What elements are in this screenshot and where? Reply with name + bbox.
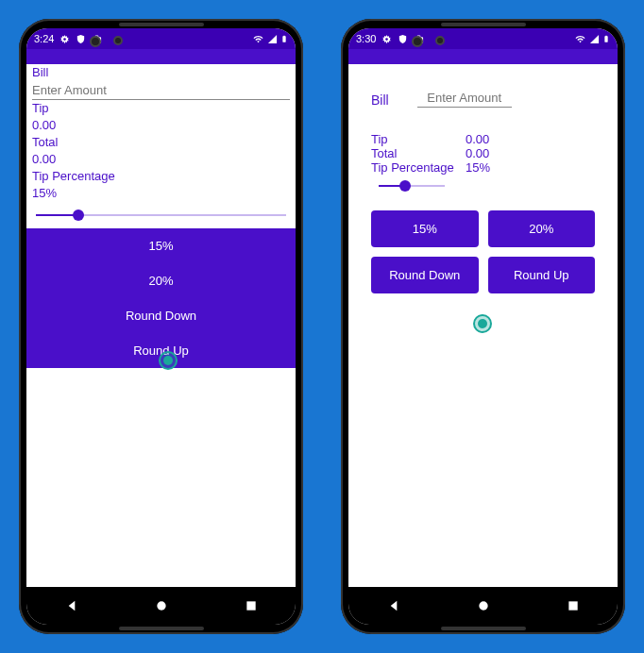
signal-icon [267, 34, 278, 44]
status-bar: 3:30 [348, 28, 618, 49]
home-indicator [441, 627, 526, 630]
home-indicator [119, 627, 204, 630]
nav-bar [26, 587, 296, 625]
gear-icon [381, 34, 392, 44]
shield-icon [398, 34, 408, 44]
battery-icon [602, 33, 610, 44]
gear-icon [59, 34, 70, 44]
tip-label: Tip [371, 132, 466, 146]
recent-icon[interactable] [567, 599, 580, 612]
button-list: 15% 20% Round Down Round Up [26, 228, 296, 368]
tip-slider[interactable] [379, 175, 445, 203]
battery-icon [280, 33, 288, 44]
clock-text: 3:24 [34, 33, 54, 44]
back-icon[interactable] [386, 598, 401, 613]
amount-input[interactable] [417, 89, 512, 108]
camera-icon [412, 36, 423, 47]
svg-point-2 [480, 601, 488, 610]
total-value: 0.00 [26, 151, 296, 168]
nav-bar [348, 587, 618, 625]
button-grid: 15% 20% Round Down Round Up [371, 210, 595, 293]
tip-pct-value: 15% [466, 160, 490, 175]
tip-label: Tip [26, 100, 296, 117]
touch-ripple-icon [473, 314, 492, 333]
tip-20-button[interactable]: 20% [26, 263, 296, 298]
app-toolbar [26, 49, 296, 64]
signal-icon [589, 34, 600, 44]
shield-icon [76, 34, 86, 44]
tip-20-button[interactable]: 20% [488, 210, 596, 247]
total-label: Total [26, 134, 296, 151]
recent-icon[interactable] [245, 599, 258, 612]
camera-icon [435, 36, 445, 45]
app-toolbar [348, 49, 618, 64]
touch-ripple-icon [159, 351, 178, 370]
svg-point-0 [158, 601, 166, 610]
tip-15-button[interactable]: 15% [371, 210, 479, 247]
info-block: Tip0.00 Total0.00 Tip Percentage15% [371, 132, 595, 175]
svg-rect-1 [246, 601, 255, 610]
bill-label: Bill [371, 92, 389, 108]
clock-text: 3:30 [356, 33, 376, 44]
tip-pct-label: Tip Percentage [26, 168, 296, 185]
tip-value: 0.00 [466, 132, 489, 146]
round-down-button[interactable]: Round Down [371, 257, 479, 293]
round-up-button[interactable]: Round Up [488, 257, 596, 293]
tip-pct-label: Tip Percentage [371, 160, 466, 175]
wifi-icon [574, 34, 586, 44]
wifi-icon [252, 34, 264, 44]
total-label: Total [371, 146, 466, 160]
camera-icon [90, 36, 101, 47]
phone-left: 3:24 Bill Tip 0.00 Total 0.00 Tip Percen… [19, 19, 303, 634]
svg-rect-3 [568, 601, 577, 610]
home-icon[interactable] [154, 598, 169, 613]
total-value: 0.00 [466, 146, 489, 160]
status-bar: 3:24 [26, 28, 296, 49]
camera-icon [113, 36, 123, 45]
phone-right: 3:30 Bill Tip0.00 Total0.00 Tip Percenta… [341, 19, 625, 634]
screen: 3:24 Bill Tip 0.00 Total 0.00 Tip Percen… [26, 28, 296, 625]
content-area: Bill Tip 0.00 Total 0.00 Tip Percentage … [26, 64, 296, 587]
tip-value: 0.00 [26, 117, 296, 134]
tip-pct-value: 15% [26, 185, 296, 202]
home-icon[interactable] [476, 598, 491, 613]
round-down-button[interactable]: Round Down [26, 298, 296, 333]
amount-input[interactable] [32, 81, 290, 100]
bill-label: Bill [26, 64, 296, 81]
tip-15-button[interactable]: 15% [26, 228, 296, 263]
content-area: Bill Tip0.00 Total0.00 Tip Percentage15%… [348, 64, 618, 587]
fab-ripple[interactable] [473, 314, 494, 335]
tip-slider[interactable] [26, 202, 296, 226]
screen: 3:30 Bill Tip0.00 Total0.00 Tip Percenta… [348, 28, 618, 625]
back-icon[interactable] [64, 598, 79, 613]
